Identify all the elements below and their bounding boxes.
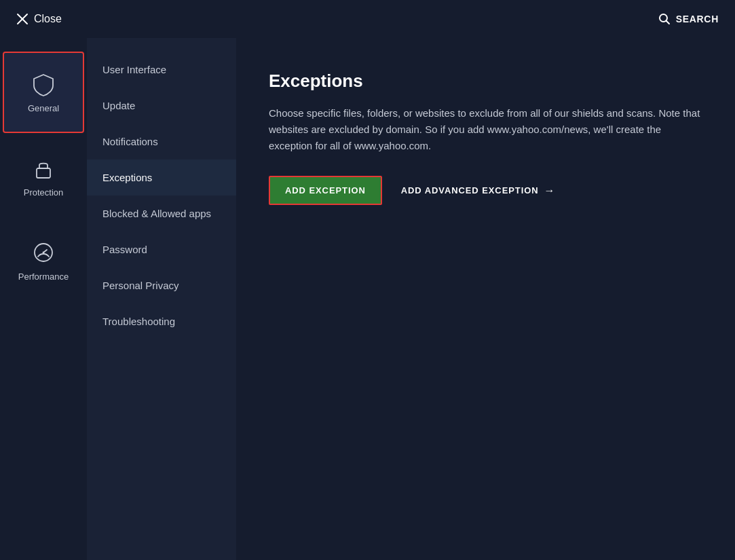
category-sidebar: General Protection Performance xyxy=(0,38,87,560)
add-advanced-exception-button[interactable]: ADD ADVANCED EXCEPTION → xyxy=(401,185,556,197)
subnav-item-troubleshooting[interactable]: Troubleshooting xyxy=(87,303,236,339)
subnav-item-personal-privacy[interactable]: Personal Privacy xyxy=(87,267,236,303)
content-description: Choose specific files, folders, or websi… xyxy=(269,105,702,154)
shield-icon xyxy=(31,72,56,96)
main-layout: General Protection Performance User Inte… xyxy=(0,38,735,560)
page-title: Exceptions xyxy=(269,71,702,92)
subnav-item-exceptions[interactable]: Exceptions xyxy=(87,160,236,195)
search-button[interactable]: SEARCH xyxy=(658,13,719,25)
close-label: Close xyxy=(34,13,62,25)
subnav-item-blocked-allowed[interactable]: Blocked & Allowed apps xyxy=(87,195,236,231)
svg-rect-4 xyxy=(37,168,50,178)
sidebar-general-label: General xyxy=(28,103,59,113)
sidebar-performance-label: Performance xyxy=(18,272,69,282)
add-exception-button[interactable]: ADD EXCEPTION xyxy=(269,176,382,205)
lock-icon xyxy=(31,156,56,181)
svg-line-3 xyxy=(666,21,669,24)
close-button[interactable]: Close xyxy=(16,13,62,25)
search-icon xyxy=(658,13,671,25)
sidebar-protection-label: Protection xyxy=(24,187,64,198)
actions-row: ADD EXCEPTION ADD ADVANCED EXCEPTION → xyxy=(269,176,702,205)
subnav-item-update[interactable]: Update xyxy=(87,88,236,124)
main-content: Exceptions Choose specific files, folder… xyxy=(236,38,735,560)
subnav-item-user-interface[interactable]: User Interface xyxy=(87,52,236,88)
sidebar-item-performance[interactable]: Performance xyxy=(3,220,84,301)
sidebar-item-general[interactable]: General xyxy=(3,52,84,133)
search-label: SEARCH xyxy=(676,14,719,24)
close-icon xyxy=(16,13,29,25)
subnav-item-password[interactable]: Password xyxy=(87,231,236,267)
speedometer-icon xyxy=(31,240,56,265)
top-bar: Close SEARCH xyxy=(0,0,735,38)
subnav-item-notifications[interactable]: Notifications xyxy=(87,124,236,160)
sidebar-item-protection[interactable]: Protection xyxy=(3,136,84,217)
svg-point-7 xyxy=(43,251,45,253)
arrow-right-icon: → xyxy=(544,185,556,197)
sub-navigation: User Interface Update Notifications Exce… xyxy=(87,38,236,560)
add-advanced-label: ADD ADVANCED EXCEPTION xyxy=(401,185,539,195)
